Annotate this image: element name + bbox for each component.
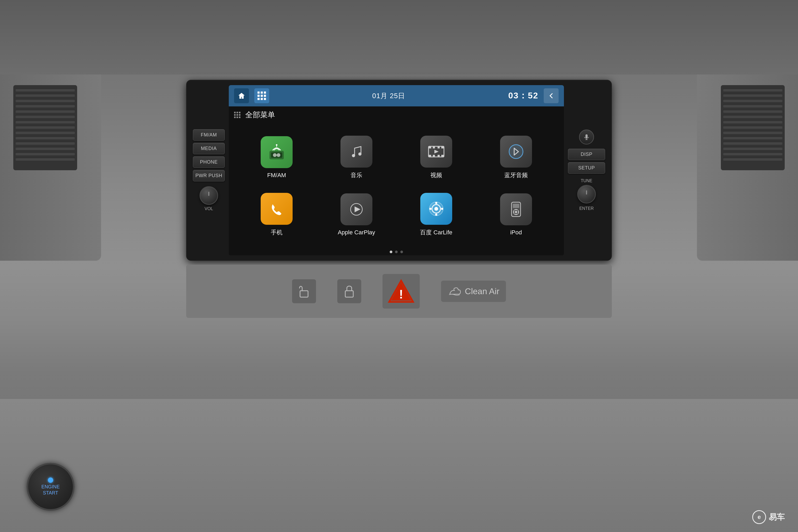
left-air-vent bbox=[13, 85, 77, 170]
app-carplay[interactable]: Apple CarPlay bbox=[317, 186, 396, 243]
svg-marker-19 bbox=[355, 206, 360, 212]
music-icon bbox=[341, 136, 373, 168]
mic-button[interactable] bbox=[579, 130, 594, 145]
svg-point-7 bbox=[358, 152, 361, 156]
watermark: e 易车 bbox=[752, 510, 785, 524]
watermark-circle-text: e bbox=[758, 514, 761, 520]
engine-start-label2: START bbox=[43, 490, 58, 496]
app-video[interactable]: 视频 bbox=[396, 129, 476, 186]
page-indicator bbox=[229, 248, 564, 255]
carlife-icon bbox=[420, 193, 452, 225]
watermark-brand: 易车 bbox=[769, 512, 785, 523]
pwr-push-button[interactable]: PWR PUSH bbox=[193, 170, 225, 182]
ipod-icon bbox=[500, 193, 532, 225]
phone-button[interactable]: PHONE bbox=[193, 156, 225, 168]
bluetooth-icon bbox=[500, 136, 532, 168]
app-music[interactable]: 音乐 bbox=[317, 129, 396, 186]
svg-point-26 bbox=[441, 208, 443, 210]
svg-point-31 bbox=[515, 209, 517, 210]
svg-rect-9 bbox=[429, 146, 431, 148]
bluetooth-svg bbox=[507, 142, 525, 161]
disp-button[interactable]: DISP bbox=[568, 149, 605, 160]
home-icon bbox=[238, 92, 246, 100]
engine-start-button[interactable]: ENGINE START bbox=[26, 463, 75, 511]
tune-knob-area: TUNE ENTER bbox=[568, 178, 605, 211]
vol-knob[interactable] bbox=[200, 186, 218, 205]
fmam-svg bbox=[267, 143, 286, 162]
vent-slat bbox=[15, 147, 75, 150]
app-ipod[interactable]: iPod bbox=[476, 186, 556, 243]
vent-slat bbox=[723, 88, 783, 92]
home-button[interactable] bbox=[234, 88, 249, 103]
carlife-svg bbox=[427, 200, 445, 218]
vent-slat bbox=[15, 120, 75, 124]
vent-slat bbox=[723, 99, 783, 102]
fmam-icon bbox=[261, 136, 292, 168]
fmam-button[interactable]: FM/AM bbox=[193, 129, 225, 141]
svg-point-17 bbox=[509, 145, 523, 158]
vent-slat bbox=[15, 152, 75, 155]
vent-slat bbox=[15, 99, 75, 102]
phone-svg bbox=[267, 200, 286, 218]
video-label: 视频 bbox=[431, 171, 442, 179]
svg-point-6 bbox=[352, 154, 355, 157]
phone-label: 手机 bbox=[271, 228, 283, 236]
svg-point-2 bbox=[273, 153, 277, 157]
app-carlife[interactable]: 百度 CarLife bbox=[396, 186, 476, 243]
vent-slat bbox=[15, 131, 75, 134]
svg-text:!: ! bbox=[399, 287, 403, 301]
lock-open-button[interactable] bbox=[292, 279, 316, 303]
vent-slat bbox=[723, 157, 783, 161]
svg-point-4 bbox=[276, 144, 278, 146]
clean-air-text: Clean Air bbox=[465, 286, 499, 296]
vent-slat bbox=[723, 131, 783, 134]
app-fmam[interactable]: FM/AM bbox=[237, 129, 317, 186]
infotainment-screen[interactable]: 01月 25日 03：52 bbox=[229, 85, 564, 255]
hazard-icon: ! bbox=[388, 279, 414, 303]
app-phone[interactable]: 手机 bbox=[237, 186, 317, 243]
vent-slat bbox=[723, 136, 783, 139]
hazard-button[interactable]: ! bbox=[382, 274, 420, 308]
screen-inner: 01月 25日 03：52 bbox=[229, 85, 564, 255]
all-apps-button[interactable] bbox=[254, 88, 269, 103]
svg-rect-11 bbox=[441, 146, 444, 148]
top-bar: 01月 25日 03：52 bbox=[229, 85, 564, 107]
clean-air-button[interactable]: Clean Air bbox=[441, 281, 506, 302]
carplay-label: Apple CarPlay bbox=[338, 229, 375, 236]
apps-grid: FM/AM 音乐 bbox=[229, 124, 564, 248]
vent-slat bbox=[15, 94, 75, 97]
carplay-svg bbox=[347, 200, 366, 218]
dashboard-top bbox=[0, 0, 798, 75]
menu-grid-icon bbox=[234, 112, 241, 118]
engine-start-light bbox=[48, 477, 53, 483]
mic-icon bbox=[583, 133, 590, 141]
head-unit-bezel: FM/AM MEDIA PHONE PWR PUSH VOL bbox=[186, 80, 612, 261]
back-icon bbox=[547, 92, 555, 99]
carplay-icon bbox=[341, 193, 373, 225]
clean-air-icon bbox=[448, 285, 461, 298]
back-button[interactable] bbox=[544, 88, 558, 103]
svg-point-32 bbox=[515, 214, 517, 215]
svg-rect-39 bbox=[345, 291, 353, 297]
tune-knob[interactable] bbox=[577, 185, 596, 204]
vent-slat bbox=[15, 88, 75, 92]
vent-slat bbox=[723, 104, 783, 108]
carlife-label: 百度 CarLife bbox=[420, 228, 452, 236]
ipod-label: iPod bbox=[510, 229, 522, 236]
bottom-panel bbox=[0, 399, 798, 532]
watermark-circle: e bbox=[752, 510, 766, 524]
vent-slat bbox=[723, 152, 783, 155]
vent-slat bbox=[723, 94, 783, 97]
vent-slat bbox=[15, 136, 75, 139]
lock-closed-button[interactable] bbox=[337, 279, 361, 303]
setup-button[interactable]: SETUP bbox=[568, 162, 605, 174]
page-dot-1 bbox=[390, 251, 392, 253]
svg-rect-14 bbox=[438, 146, 440, 148]
vent-slat bbox=[15, 104, 75, 108]
app-bluetooth[interactable]: 蓝牙音频 bbox=[476, 129, 556, 186]
vent-slat bbox=[723, 115, 783, 118]
vent-slat bbox=[15, 115, 75, 118]
svg-rect-12 bbox=[441, 155, 444, 157]
svg-point-3 bbox=[277, 153, 280, 157]
media-button[interactable]: MEDIA bbox=[193, 143, 225, 154]
